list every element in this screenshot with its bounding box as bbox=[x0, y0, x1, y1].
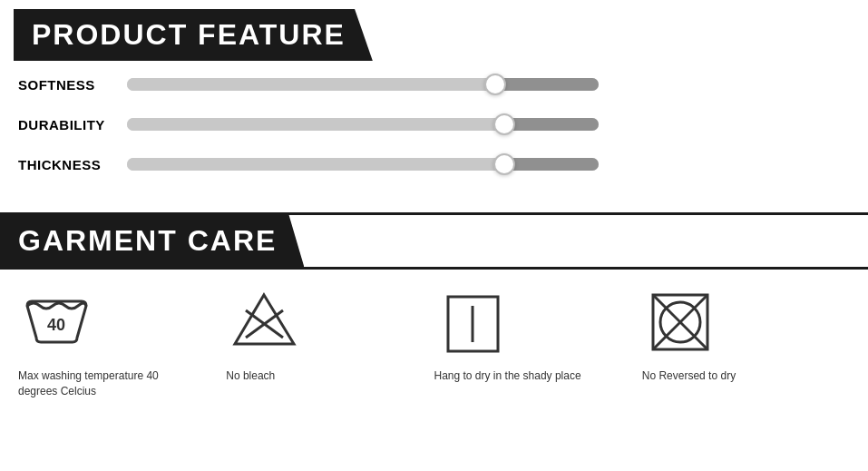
garment-care-title: GARMENT CARE bbox=[18, 224, 277, 258]
product-feature-header: PRODUCT FEATURE bbox=[14, 9, 373, 61]
thickness-fill bbox=[127, 158, 504, 171]
thickness-track bbox=[127, 158, 599, 171]
softness-remaining bbox=[495, 78, 599, 91]
durability-fill bbox=[127, 118, 504, 131]
wash-40-icon: 40 bbox=[18, 288, 95, 359]
no-bleach-icon bbox=[226, 288, 303, 359]
durability-remaining bbox=[504, 118, 599, 131]
durability-row: DURABILITY bbox=[18, 114, 850, 134]
care-icons-container: 40 Max washing temperature 40 degrees Ce… bbox=[0, 270, 868, 408]
no-bleach-label: No bleach bbox=[226, 368, 275, 384]
garment-care-section: GARMENT CARE 40 Max washing temperature … bbox=[0, 212, 868, 408]
softness-slider[interactable] bbox=[127, 74, 599, 94]
thickness-slider[interactable] bbox=[127, 154, 599, 174]
hang-dry-shade-label: Hang to dry in the shady place bbox=[434, 368, 581, 384]
softness-row: SOFTNESS bbox=[18, 74, 850, 94]
care-icon-no-bleach: No bleach bbox=[226, 288, 434, 399]
svg-marker-1 bbox=[235, 295, 294, 344]
thickness-remaining bbox=[504, 158, 599, 171]
thickness-row: THICKNESS bbox=[18, 154, 850, 174]
garment-care-header: GARMENT CARE bbox=[0, 215, 304, 267]
care-icon-no-reversed-dry: No Reversed to dry bbox=[642, 288, 850, 399]
durability-track bbox=[127, 118, 599, 131]
no-reversed-dry-icon bbox=[642, 288, 719, 359]
garment-care-header-row: GARMENT CARE bbox=[0, 212, 868, 270]
hang-dry-shade-icon bbox=[434, 288, 512, 359]
no-reversed-dry-label: No Reversed to dry bbox=[642, 368, 736, 384]
softness-fill bbox=[127, 78, 495, 91]
care-icon-wash: 40 Max washing temperature 40 degrees Ce… bbox=[18, 288, 226, 399]
softness-thumb[interactable] bbox=[484, 74, 506, 95]
softness-label: SOFTNESS bbox=[18, 77, 127, 93]
durability-slider[interactable] bbox=[127, 114, 599, 134]
durability-thumb[interactable] bbox=[493, 113, 515, 135]
thickness-thumb[interactable] bbox=[493, 153, 515, 175]
product-feature-title: PRODUCT FEATURE bbox=[32, 18, 346, 52]
product-feature-section: PRODUCT FEATURE SOFTNESS DURABILITY bbox=[0, 0, 868, 208]
thickness-label: THICKNESS bbox=[18, 157, 127, 172]
care-icon-hang-dry: Hang to dry in the shady place bbox=[434, 288, 642, 399]
durability-label: DURABILITY bbox=[18, 117, 127, 132]
softness-track bbox=[127, 78, 599, 91]
wash-40-label: Max washing temperature 40 degrees Celci… bbox=[18, 368, 181, 399]
sliders-container: SOFTNESS DURABILITY THICKN bbox=[0, 61, 868, 208]
svg-text:40: 40 bbox=[47, 316, 65, 334]
